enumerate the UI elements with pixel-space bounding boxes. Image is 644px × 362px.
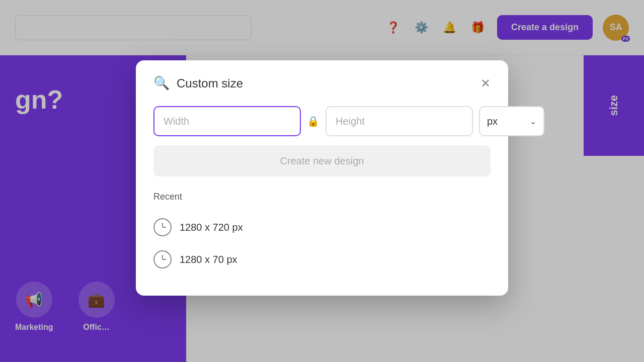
recent-item-text-1: 1280 x 70 px [180,254,237,265]
width-input[interactable] [153,106,301,136]
recent-item-0[interactable]: 644 x 362 px [153,211,491,243]
height-input[interactable] [326,106,473,136]
recent-label: Recent [153,192,491,202]
modal-header: 🔍 Custom size ✕ [153,75,491,91]
recent-item-1[interactable]: 1280 x 70 px [153,243,491,276]
unit-label: px [487,116,498,127]
modal-search-icon: 🔍 [153,75,170,91]
modal-close-button[interactable]: ✕ [480,77,491,89]
size-inputs-row: 🔒 px ⌄ [153,106,491,136]
custom-size-modal: 🔍 Custom size ✕ 🔒 px ⌄ Create new design… [136,60,508,296]
clock-icon-0 [153,218,172,236]
recent-item-text-0: 644 x 362 px [180,222,243,233]
create-new-design-button[interactable]: Create new design [153,145,491,176]
modal-title: Custom size [177,76,480,90]
unit-select[interactable]: px ⌄ [479,106,544,136]
clock-icon-1 [153,250,172,268]
lock-icon: 🔒 [307,115,319,127]
chevron-down-icon: ⌄ [530,117,536,126]
